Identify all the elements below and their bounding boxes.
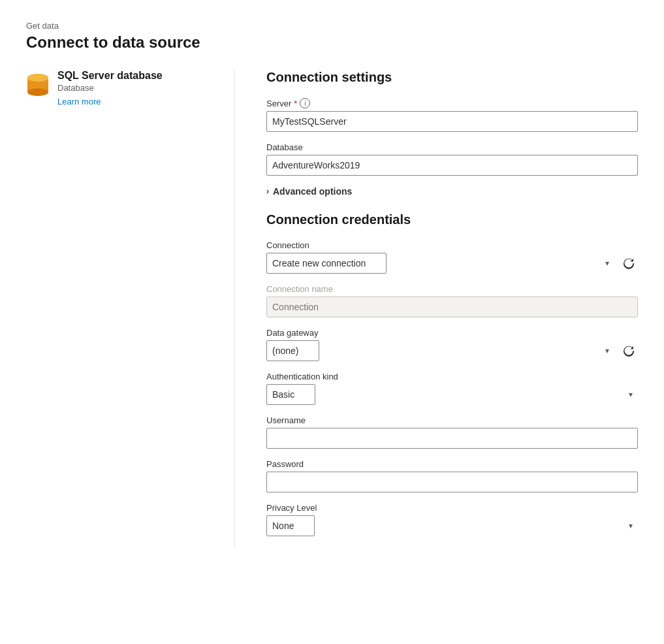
username-field-group: Username	[266, 415, 638, 449]
data-gateway-field-group: Data gateway (none) ▾	[266, 328, 638, 361]
connection-name-field-group: Connection name	[266, 284, 638, 317]
password-label: Password	[266, 459, 638, 469]
db-icon	[26, 72, 50, 101]
privacy-level-field-group: Privacy Level None ▾	[266, 503, 638, 536]
data-gateway-label: Data gateway	[266, 328, 638, 338]
source-details: SQL Server database Database Learn more	[57, 70, 163, 107]
connection-label: Connection	[266, 240, 638, 250]
advanced-options-chevron-icon: ›	[266, 187, 269, 196]
svg-rect-4	[27, 78, 48, 80]
server-input[interactable]	[266, 111, 638, 132]
credentials-section: Connection credentials Connection Create…	[266, 212, 638, 536]
learn-more-link[interactable]: Learn more	[57, 97, 101, 106]
advanced-options-toggle[interactable]: › Advanced options	[266, 186, 638, 197]
left-panel: SQL Server database Database Learn more	[26, 70, 235, 547]
refresh-icon	[623, 345, 635, 357]
password-input[interactable]	[266, 472, 638, 492]
connection-refresh-button[interactable]	[620, 254, 638, 272]
source-type: Database	[57, 83, 163, 93]
connection-chevron-icon: ▾	[605, 259, 609, 268]
auth-kind-label: Authentication kind	[266, 372, 638, 381]
auth-kind-field-group: Authentication kind Basic ▾	[266, 372, 638, 405]
refresh-icon	[623, 257, 635, 269]
username-input[interactable]	[266, 428, 638, 449]
breadcrumb: Get data	[26, 21, 638, 31]
svg-point-2	[27, 88, 48, 96]
server-required: *	[294, 99, 297, 108]
server-field-group: Server * i	[266, 98, 638, 132]
database-field-group: Database	[266, 142, 638, 176]
auth-kind-chevron-icon: ▾	[629, 390, 633, 399]
advanced-options-label: Advanced options	[273, 186, 352, 197]
data-gateway-refresh-button[interactable]	[620, 342, 638, 360]
page-title: Connect to data source	[26, 33, 638, 52]
server-label: Server * i	[266, 98, 638, 108]
source-name: SQL Server database	[57, 70, 163, 82]
auth-kind-select[interactable]: Basic	[266, 384, 315, 405]
connection-field-group: Connection Create new connection ▾	[266, 240, 638, 274]
connection-select-wrapper: Create new connection ▾	[266, 253, 638, 274]
privacy-level-label: Privacy Level	[266, 503, 638, 513]
database-label: Database	[266, 142, 638, 152]
data-gateway-chevron-icon: ▾	[605, 346, 609, 355]
server-info-icon[interactable]: i	[300, 98, 310, 108]
connection-name-input[interactable]	[266, 297, 638, 317]
database-input[interactable]	[266, 155, 638, 176]
connection-select[interactable]: Create new connection	[266, 253, 387, 274]
connection-settings-title: Connection settings	[266, 70, 638, 85]
connection-name-label: Connection name	[266, 284, 638, 294]
data-gateway-select[interactable]: (none)	[266, 340, 319, 361]
credentials-title: Connection credentials	[266, 212, 638, 227]
data-gateway-select-wrapper: (none) ▾	[266, 340, 638, 361]
privacy-level-chevron-icon: ▾	[629, 521, 633, 530]
privacy-level-select[interactable]: None	[266, 515, 315, 536]
username-label: Username	[266, 415, 638, 425]
password-field-group: Password	[266, 459, 638, 492]
right-panel: Connection settings Server * i Database …	[235, 70, 638, 547]
